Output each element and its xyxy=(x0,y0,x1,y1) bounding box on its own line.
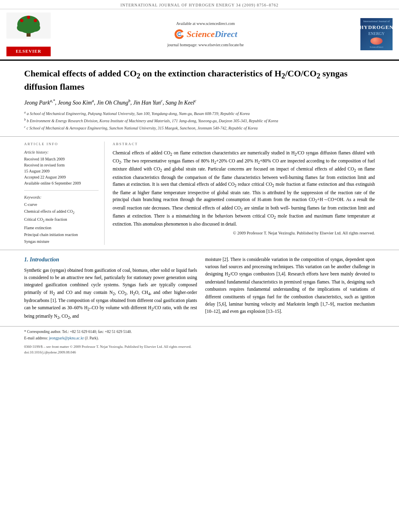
keywords-section: Keywords: C-curve Chemical effects of ad… xyxy=(24,195,99,244)
footnote-email: E-mail address: jeongpark@pknu.ac.kr (J.… xyxy=(24,335,375,341)
accepted: Accepted 22 August 2009 xyxy=(24,174,99,180)
article-history: Article history: Received 18 March 2009 … xyxy=(24,150,99,186)
kw-4: Principal chain initiation reaction xyxy=(24,231,99,238)
divider xyxy=(24,190,99,191)
cover-publisher: ScienceDirect xyxy=(370,45,383,49)
sd-symbol-icon xyxy=(174,29,185,40)
article-title: Chemical effects of added CO2 on the ext… xyxy=(24,68,375,93)
journal-banner: ELSEVIER Available at www.sciencedirect.… xyxy=(0,9,399,61)
cover-energy: ENERGY xyxy=(368,31,385,37)
journal-header-text: INTERNATIONAL JOURNAL OF HYDROGEN ENERGY… xyxy=(120,3,278,7)
kw-3: Flame extinction xyxy=(24,224,99,231)
affiliations-block: a a School of Mechanical Engineering, Pu… xyxy=(24,110,375,131)
journal-homepage-text: journal homepage: www.elsevier.com/locat… xyxy=(51,42,360,48)
kw-2: Critical CO2 mole fraction xyxy=(24,216,99,224)
svg-point-4 xyxy=(29,24,40,32)
article-info-col: ARTICLE INFO Article history: Received 1… xyxy=(24,142,105,245)
cover-graphic xyxy=(370,37,383,45)
authors-line: Jeong Parka,*, Jeong Soo Kima, Jin Oh Ch… xyxy=(24,98,375,107)
svg-point-7 xyxy=(34,19,37,22)
intro-right-text: moisture [2]. There is considerable vari… xyxy=(205,256,375,315)
intro-heading: 1. Introduction xyxy=(24,256,197,264)
svg-point-6 xyxy=(27,16,30,19)
revised-label: Received in revised form xyxy=(24,162,99,168)
intro-left-col: 1. Introduction Synthetic gas (syngas) o… xyxy=(24,256,197,320)
cover-h2: HYDROGEN xyxy=(360,24,394,31)
intro-left-text: Synthetic gas (syngas) obtained from gas… xyxy=(24,267,197,320)
abstract-text: Chemical effects of added CO2 on flame e… xyxy=(113,150,375,228)
available-online: Available online 6 September 2009 xyxy=(24,180,99,186)
banner-center: Available at www.sciencedirect.com Scien… xyxy=(51,21,360,48)
sciencedirect-logo: ScienceDirect xyxy=(174,28,237,41)
svg-point-3 xyxy=(17,24,28,32)
abstract-col: ABSTRACT Chemical effects of added CO2 o… xyxy=(113,142,375,245)
journal-header: INTERNATIONAL JOURNAL OF HYDROGEN ENERGY… xyxy=(0,0,399,9)
abstract-heading: ABSTRACT xyxy=(113,142,375,147)
keywords-label: Keywords: xyxy=(24,195,99,200)
footnotes: * Corresponding author. Tel.: +82 51 629… xyxy=(0,326,399,343)
email-link[interactable]: jeongpark@pknu.ac.kr xyxy=(49,336,84,340)
received1: Received 18 March 2009 xyxy=(24,156,99,162)
title-section: Chemical effects of added CO2 on the ext… xyxy=(0,61,399,137)
main-body: 1. Introduction Synthetic gas (syngas) o… xyxy=(0,250,399,326)
kw-0: C-curve xyxy=(24,201,99,208)
affil-a: a a School of Mechanical Engineering, Pu… xyxy=(24,110,375,117)
intro-right-col: moisture [2]. There is considerable vari… xyxy=(205,256,375,320)
bottom-strip: 0360-3199/$ – see front matter © 2009 Pr… xyxy=(0,343,399,357)
elsevier-logo-block: ELSEVIER xyxy=(6,12,51,56)
article-info-heading: ARTICLE INFO xyxy=(24,142,99,147)
kw-5: Syngas mixture xyxy=(24,238,99,245)
elsevier-label: ELSEVIER xyxy=(6,47,51,56)
issn-line: 0360-3199/$ – see front matter © 2009 Pr… xyxy=(24,344,375,350)
affil-b: b b Environment & Energy Research Divisi… xyxy=(24,117,375,124)
revised-date: 15 August 2009 xyxy=(24,168,99,174)
copyright-line: © 2009 Professor T. Nejat Veziroglu. Pub… xyxy=(113,230,375,236)
affil-c: c c School of Mechanical & Aerospace Eng… xyxy=(24,125,375,131)
available-text: Available at www.sciencedirect.com xyxy=(51,21,360,27)
elsevier-tree-icon xyxy=(6,12,51,45)
cover-line1: International Journal of xyxy=(363,20,390,24)
article-info-abstract: ARTICLE INFO Article history: Received 1… xyxy=(0,137,399,250)
history-label: Article history: xyxy=(24,150,99,155)
journal-cover: International Journal of HYDROGEN ENERGY… xyxy=(360,18,393,50)
footnote-corresponding: * Corresponding author. Tel.: +82 51 629… xyxy=(24,329,375,335)
doi-line: doi:10.1016/j.ijhydene.2009.08.046 xyxy=(24,350,375,355)
svg-point-5 xyxy=(20,19,23,22)
kw-1: Chemical effects of added CO2 xyxy=(24,208,99,216)
